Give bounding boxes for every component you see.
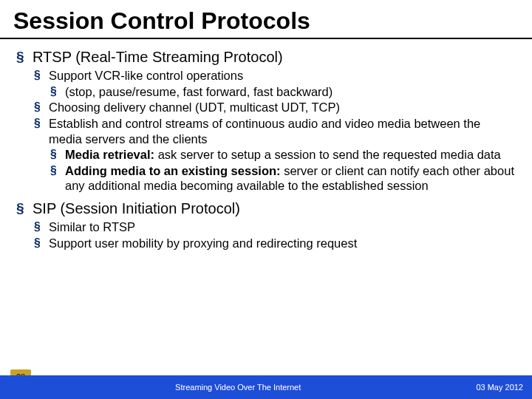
footer-bar: Streaming Video Over The Internet 03 May…: [0, 375, 532, 399]
title-divider: [0, 38, 532, 39]
slide-title: Session Control Protocols: [0, 0, 532, 38]
slide-body: RTSP (Real-Time Streaming Protocol) Supp…: [0, 45, 532, 375]
rtsp-bullet-media-retrieval: Media retrieval: ask server to setup a s…: [16, 147, 516, 163]
rtsp-bullet-vcr: Support VCR-like control operations: [16, 68, 516, 83]
rtsp-bullet-adding-media: Adding media to an existing session: ser…: [16, 163, 516, 194]
footer-caption: Streaming Video Over The Internet: [0, 383, 476, 392]
adding-media-label: Adding media to an existing session:: [65, 164, 281, 177]
rtsp-heading: RTSP (Real-Time Streaming Protocol): [16, 48, 516, 66]
media-retrieval-label: Media retrieval:: [65, 148, 154, 161]
sip-bullet-mobility: Support user mobility by proxying and re…: [16, 236, 516, 251]
rtsp-bullet-vcr-ops: (stop, pause/resume, fast forward, fast …: [16, 84, 516, 100]
footer-date: 03 May 2012: [476, 383, 532, 392]
rtsp-bullet-establish: Establish and control streams of continu…: [16, 116, 516, 146]
rtsp-bullet-delivery: Choosing delivery channel (UDT, multicas…: [16, 100, 516, 115]
sip-heading: SIP (Session Initiation Protocol): [16, 200, 516, 218]
media-retrieval-text: ask server to setup a session to send th…: [154, 148, 501, 161]
sip-bullet-similar: Similar to RTSP: [16, 219, 516, 235]
